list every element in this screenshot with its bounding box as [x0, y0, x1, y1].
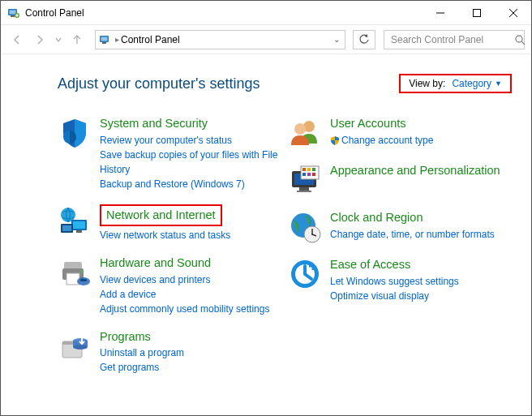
- category-title[interactable]: User Accounts: [330, 116, 512, 131]
- back-button[interactable]: [7, 30, 27, 49]
- category-clock-region: Clock and Region Change date, time, or n…: [288, 210, 512, 244]
- minimize-button[interactable]: [422, 1, 458, 24]
- svg-point-34: [294, 123, 306, 135]
- titlebar: Control Panel: [1, 1, 531, 25]
- network-icon: [58, 204, 92, 238]
- sublink-text: Change account type: [341, 135, 433, 146]
- ease-of-access-icon: [288, 257, 322, 291]
- appearance-icon: [288, 163, 322, 197]
- svg-point-25: [81, 270, 84, 272]
- sublink[interactable]: Optimize visual display: [330, 289, 512, 303]
- category-user-accounts: User Accounts Change account type: [288, 116, 512, 150]
- svg-rect-24: [66, 273, 79, 285]
- sublink[interactable]: Save backup copies of your files with Fi…: [100, 148, 281, 177]
- svg-rect-41: [307, 168, 311, 171]
- svg-rect-5: [15, 15, 19, 15]
- right-column: User Accounts Change account type: [288, 116, 512, 388]
- up-button[interactable]: [67, 30, 87, 49]
- svg-rect-40: [302, 168, 306, 171]
- svg-rect-27: [80, 279, 87, 281]
- refresh-button[interactable]: [353, 30, 375, 49]
- sublink[interactable]: View devices and printers: [100, 272, 281, 287]
- svg-rect-18: [73, 221, 85, 229]
- svg-rect-19: [76, 230, 82, 233]
- sublink[interactable]: Add a device: [100, 287, 281, 302]
- view-by-label: View by:: [409, 78, 445, 89]
- chevron-down-icon: ▼: [495, 79, 502, 88]
- programs-icon: [58, 329, 92, 363]
- category-title[interactable]: Ease of Access: [330, 257, 512, 272]
- recent-dropdown[interactable]: [53, 30, 64, 49]
- svg-rect-44: [307, 173, 311, 176]
- svg-rect-11: [101, 36, 108, 41]
- forward-button[interactable]: [30, 30, 49, 49]
- category-hardware-sound: Hardware and Sound View devices and prin…: [58, 255, 281, 316]
- svg-rect-2: [11, 15, 15, 17]
- left-column: System and Security Review your computer…: [58, 116, 281, 388]
- address-control-panel-icon: [99, 33, 112, 46]
- category-title[interactable]: Clock and Region: [330, 210, 512, 225]
- category-ease-of-access: Ease of Access Let Windows suggest setti…: [288, 257, 512, 303]
- sublink[interactable]: Change date, time, or number formats: [330, 227, 512, 242]
- svg-rect-1: [10, 10, 16, 14]
- category-programs: Programs Uninstall a program Get program…: [58, 329, 281, 375]
- search-input[interactable]: [389, 33, 514, 46]
- address-bar[interactable]: ▸ Control Panel ⌄: [95, 30, 345, 49]
- search-icon[interactable]: [514, 34, 526, 45]
- svg-point-32: [73, 345, 88, 350]
- svg-point-50: [311, 234, 313, 235]
- category-title[interactable]: Network and Internet: [100, 204, 222, 226]
- category-title[interactable]: System and Security: [100, 116, 281, 131]
- svg-rect-38: [297, 191, 311, 192]
- control-panel-icon: [7, 6, 20, 19]
- svg-rect-21: [62, 225, 71, 231]
- svg-rect-12: [102, 42, 106, 44]
- category-network-internet: Network and Internet View network status…: [58, 204, 281, 242]
- sublink[interactable]: Review your computer's status: [100, 133, 281, 148]
- sublink[interactable]: Backup and Restore (Windows 7): [100, 177, 281, 191]
- category-system-security: System and Security Review your computer…: [58, 116, 281, 191]
- svg-line-14: [521, 41, 525, 45]
- svg-rect-42: [312, 168, 315, 171]
- shield-icon: [58, 116, 92, 150]
- users-icon: [288, 116, 322, 150]
- navbar: ▸ Control Panel ⌄: [1, 25, 531, 54]
- svg-rect-7: [473, 9, 480, 16]
- page-heading: Adjust your computer's settings: [58, 75, 399, 92]
- close-button[interactable]: [495, 1, 531, 24]
- breadcrumb-sep-icon[interactable]: ▸: [115, 35, 119, 44]
- address-dropdown-icon[interactable]: ⌄: [333, 35, 340, 44]
- svg-point-13: [516, 36, 522, 42]
- svg-rect-45: [312, 173, 315, 176]
- sublink[interactable]: Adjust commonly used mobility settings: [100, 302, 281, 316]
- category-appearance: Appearance and Personalization: [288, 163, 512, 197]
- window-title: Control Panel: [25, 7, 422, 19]
- category-title[interactable]: Programs: [100, 329, 281, 345]
- maximize-button[interactable]: [458, 1, 495, 24]
- content-area: Adjust your computer's settings View by:…: [1, 54, 531, 396]
- printer-icon: [58, 255, 92, 289]
- sublink[interactable]: Let Windows suggest settings: [330, 274, 512, 289]
- breadcrumb-location[interactable]: Control Panel: [121, 34, 180, 45]
- sublink[interactable]: Get programs: [100, 360, 281, 375]
- sublink[interactable]: View network status and tasks: [100, 228, 281, 242]
- sublink[interactable]: Uninstall a program: [100, 345, 281, 360]
- category-title[interactable]: Appearance and Personalization: [330, 163, 512, 178]
- sublink[interactable]: Change account type: [330, 133, 512, 148]
- search-box[interactable]: [384, 30, 525, 49]
- svg-rect-37: [299, 187, 309, 191]
- uac-shield-icon: [330, 135, 340, 145]
- category-title[interactable]: Hardware and Sound: [100, 255, 281, 271]
- view-by-selector[interactable]: View by: Category ▼: [399, 74, 512, 93]
- view-by-value: Category: [452, 78, 491, 89]
- svg-rect-43: [302, 173, 306, 176]
- globe-clock-icon: [288, 210, 322, 244]
